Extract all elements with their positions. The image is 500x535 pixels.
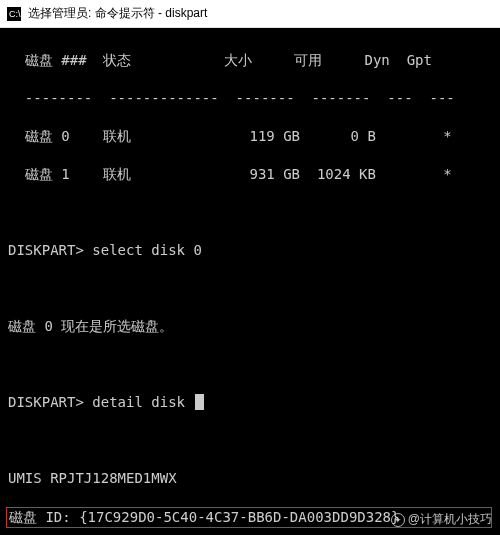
prompt-line-2: DISKPART> detail disk (8, 393, 492, 412)
msg-selected: 磁盘 0 现在是所选磁盘。 (8, 317, 492, 336)
watermark-icon: ✦ (391, 513, 405, 527)
watermark: ✦@计算机小技巧 (391, 510, 492, 529)
cursor (195, 394, 204, 410)
blank (8, 355, 492, 374)
terminal-area[interactable]: 磁盘 ### 状态 大小 可用 Dyn Gpt -------- -------… (0, 28, 500, 535)
window-titlebar[interactable]: C:\ 选择管理员: 命令提示符 - diskpart (0, 0, 500, 28)
disklist-header: 磁盘 ### 状态 大小 可用 Dyn Gpt (8, 51, 492, 70)
disk-row-1: 磁盘 1 联机 931 GB 1024 KB * (8, 165, 492, 184)
disklist-divider: -------- ------------- ------- ------- -… (8, 89, 492, 108)
window-title: 选择管理员: 命令提示符 - diskpart (28, 5, 207, 22)
cmd-icon: C:\ (6, 6, 22, 22)
blank (8, 279, 492, 298)
blank (8, 431, 492, 450)
blank (8, 203, 492, 222)
prompt-line-1: DISKPART> select disk 0 (8, 241, 492, 260)
disk-row-0: 磁盘 0 联机 119 GB 0 B * (8, 127, 492, 146)
svg-text:C:\: C:\ (9, 9, 21, 19)
disk-model: UMIS RPJTJ128MED1MWX (8, 469, 492, 488)
